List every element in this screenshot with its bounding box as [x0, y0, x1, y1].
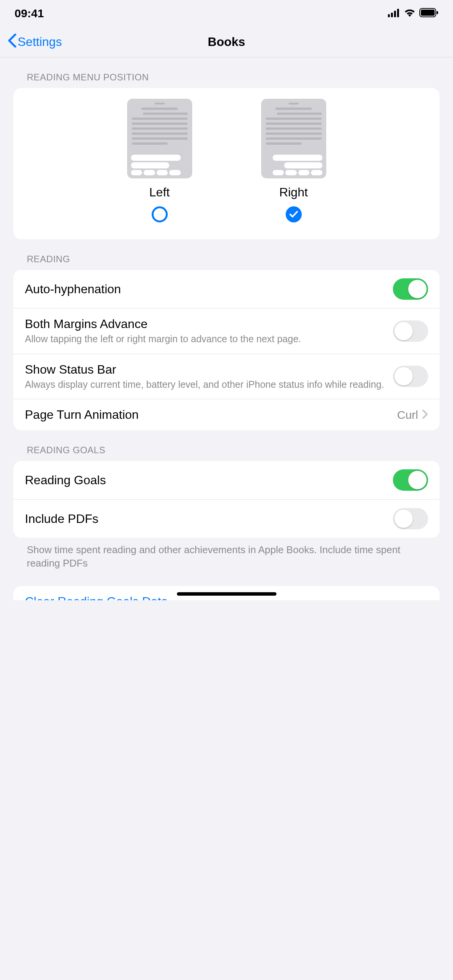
home-indicator [177, 592, 276, 596]
menu-position-left-label: Left [149, 185, 170, 199]
menu-position-right-option[interactable]: Right [261, 99, 326, 222]
radio-selected-icon [286, 206, 302, 222]
svg-rect-6 [437, 11, 438, 14]
menu-position-left-preview [127, 99, 192, 178]
menu-position-right-label: Right [279, 185, 308, 199]
chevron-right-icon [422, 409, 428, 421]
menu-position-left-option[interactable]: Left [127, 99, 192, 222]
auto-hyphenation-label: Auto-hyphenation [25, 282, 386, 296]
row-auto-hyphenation: Auto-hyphenation [13, 270, 440, 308]
section-header-reading-menu-position: READING MENU POSITION [27, 72, 440, 83]
row-include-pdfs: Include PDFs [13, 499, 440, 538]
row-both-margins-advance: Both Margins Advance Allow tapping the l… [13, 308, 440, 354]
svg-rect-5 [421, 10, 435, 16]
show-status-bar-label: Show Status Bar [25, 363, 386, 377]
section-header-reading-goals: READING GOALS [27, 445, 440, 456]
cellular-icon [388, 7, 400, 20]
row-page-turn-animation[interactable]: Page Turn Animation Curl [13, 399, 440, 430]
reading-menu-position-card: Left [13, 88, 440, 239]
svg-rect-0 [388, 14, 390, 17]
include-pdfs-toggle[interactable] [393, 508, 428, 529]
row-show-status-bar: Show Status Bar Always display current t… [13, 354, 440, 399]
both-margins-toggle[interactable] [393, 320, 428, 342]
both-margins-sub: Allow tapping the left or right margin t… [25, 333, 386, 345]
chevron-left-icon [8, 34, 17, 51]
nav-bar: Settings Books [0, 27, 453, 57]
menu-position-right-radio[interactable] [286, 206, 302, 222]
show-status-bar-sub: Always display current time, battery lev… [25, 378, 386, 391]
reading-goals-label: Reading Goals [25, 473, 386, 487]
status-bar: 09:41 [0, 0, 453, 27]
menu-position-left-radio[interactable] [152, 206, 168, 222]
reading-goals-toggle[interactable] [393, 469, 428, 491]
clear-reading-goals-label: Clear Reading Goals Data [25, 595, 168, 600]
wifi-icon [404, 7, 415, 20]
status-time: 09:41 [15, 7, 44, 20]
reading-card: Auto-hyphenation Both Margins Advance Al… [13, 270, 440, 430]
row-reading-goals: Reading Goals [13, 461, 440, 499]
back-button[interactable]: Settings [8, 34, 62, 51]
section-header-reading: READING [27, 254, 440, 265]
battery-icon [419, 7, 438, 20]
back-label: Settings [18, 35, 62, 49]
menu-position-right-preview [261, 99, 326, 178]
svg-rect-2 [394, 11, 396, 17]
show-status-bar-toggle[interactable] [393, 366, 428, 387]
svg-rect-1 [391, 13, 393, 17]
reading-goals-footer: Show time spent reading and other achiev… [27, 543, 426, 570]
radio-unselected-icon [152, 206, 168, 222]
both-margins-label: Both Margins Advance [25, 317, 386, 331]
page-turn-label: Page Turn Animation [25, 408, 390, 422]
reading-goals-card: Reading Goals Include PDFs [13, 461, 440, 538]
include-pdfs-label: Include PDFs [25, 512, 386, 526]
svg-rect-3 [397, 9, 399, 17]
page-turn-value: Curl [397, 408, 418, 421]
auto-hyphenation-toggle[interactable] [393, 278, 428, 300]
page-title: Books [0, 35, 453, 49]
